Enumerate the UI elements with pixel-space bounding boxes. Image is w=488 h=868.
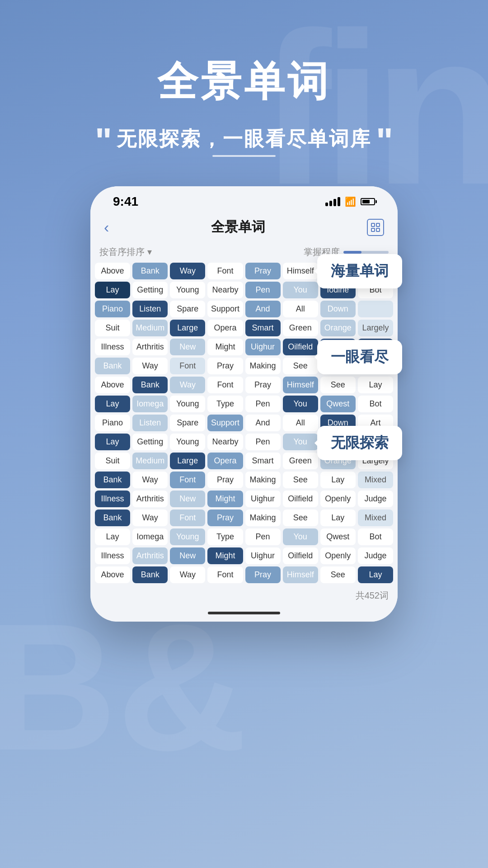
word-cell[interactable]: Spare [170,415,205,431]
word-cell[interactable]: Large [170,320,205,336]
word-cell[interactable]: Font [170,472,205,488]
word-cell[interactable]: Making [245,509,281,526]
word-cell[interactable]: Medium [132,453,168,469]
word-cell[interactable]: Type [207,528,243,545]
word-cell[interactable]: You [283,282,318,298]
sort-label[interactable]: 按音序排序 ▾ [99,246,152,258]
word-cell[interactable]: You [283,396,318,412]
word-cell[interactable]: Above [95,566,130,583]
word-cell[interactable]: Above [95,377,130,393]
word-cell[interactable]: See [320,566,356,583]
word-cell[interactable]: Font [170,509,205,526]
word-cell[interactable]: Qwest [320,396,356,412]
word-cell[interactable]: Bank [95,472,130,488]
word-cell[interactable]: Bank [132,566,168,583]
word-cell[interactable]: Listen [132,415,168,431]
word-cell[interactable]: Bank [95,509,130,526]
word-cell[interactable]: See [320,377,356,393]
word-cell[interactable]: Down [320,301,356,317]
word-cell[interactable]: Getting [132,282,168,298]
word-cell[interactable]: Bot [358,396,393,412]
word-cell[interactable]: You [283,528,318,545]
word-cell[interactable]: Might [207,491,243,507]
word-cell[interactable]: Green [283,453,318,469]
word-cell[interactable]: Font [207,566,243,583]
word-cell[interactable]: Suit [95,453,130,469]
word-cell[interactable]: Nearby [207,282,243,298]
word-cell[interactable]: Arthritis [132,491,168,507]
word-cell[interactable] [358,301,393,317]
word-cell[interactable]: Lay [320,509,356,526]
word-cell[interactable]: Spare [170,301,205,317]
word-cell[interactable]: Mixed [358,509,393,526]
word-cell[interactable]: Uighur [245,491,281,507]
word-cell[interactable]: Way [132,472,168,488]
word-cell[interactable]: Lay [95,434,130,450]
word-cell[interactable]: Getting [132,434,168,450]
word-cell[interactable]: Illness [95,547,130,564]
word-cell[interactable]: Making [245,358,281,374]
word-cell[interactable]: Might [207,547,243,564]
word-cell[interactable]: Lay [95,396,130,412]
word-cell[interactable]: Making [245,472,281,488]
word-cell[interactable]: Uighur [245,339,281,355]
word-cell[interactable]: Lay [95,282,130,298]
word-cell[interactable]: Way [170,566,205,583]
word-cell[interactable]: Illness [95,339,130,355]
word-cell[interactable]: Font [207,263,243,279]
word-cell[interactable]: Qwest [320,528,356,545]
word-cell[interactable]: Iomega [132,528,168,545]
word-cell[interactable]: Young [170,528,205,545]
word-cell[interactable]: Pen [245,282,281,298]
word-cell[interactable]: Pray [207,509,243,526]
word-cell[interactable]: Judge [358,547,393,564]
word-cell[interactable]: Type [207,396,243,412]
word-cell[interactable]: Uighur [245,547,281,564]
word-cell[interactable]: And [245,415,281,431]
word-cell[interactable]: Bank [95,358,130,374]
word-cell[interactable]: Lay [358,566,393,583]
word-cell[interactable]: Arthritis [132,339,168,355]
word-cell[interactable]: Himself [283,566,318,583]
word-cell[interactable]: Pray [245,263,281,279]
word-cell[interactable]: Might [207,339,243,355]
word-cell[interactable]: Font [207,377,243,393]
word-cell[interactable]: Support [207,415,243,431]
word-cell[interactable]: See [283,509,318,526]
word-cell[interactable]: Oilfield [283,491,318,507]
word-cell[interactable]: Suit [95,320,130,336]
word-cell[interactable]: Oilfield [283,547,318,564]
word-cell[interactable]: Green [283,320,318,336]
word-cell[interactable]: Nearby [207,434,243,450]
word-cell[interactable]: Medium [132,320,168,336]
word-cell[interactable]: Judge [358,491,393,507]
word-cell[interactable]: Iomega [132,396,168,412]
word-cell[interactable]: And [245,301,281,317]
word-cell[interactable]: Bot [358,528,393,545]
word-cell[interactable]: Pray [207,472,243,488]
word-cell[interactable]: Way [170,263,205,279]
word-cell[interactable]: Young [170,396,205,412]
word-cell[interactable]: Way [170,377,205,393]
word-cell[interactable]: Lay [320,472,356,488]
word-cell[interactable]: All [283,301,318,317]
word-cell[interactable]: Font [170,358,205,374]
word-cell[interactable]: Pen [245,396,281,412]
word-cell[interactable]: See [283,472,318,488]
word-cell[interactable]: New [170,491,205,507]
word-cell[interactable]: Pray [207,358,243,374]
word-cell[interactable]: Arthritis [132,547,168,564]
word-cell[interactable]: Lay [95,528,130,545]
word-cell[interactable]: Himself [283,377,318,393]
expand-icon[interactable] [367,219,384,236]
word-cell[interactable]: New [170,547,205,564]
word-cell[interactable]: Large [170,453,205,469]
word-cell[interactable]: Illness [95,491,130,507]
word-cell[interactable]: Listen [132,301,168,317]
word-cell[interactable]: Young [170,282,205,298]
word-cell[interactable]: Bank [132,377,168,393]
word-cell[interactable]: All [283,415,318,431]
word-cell[interactable]: Pen [245,434,281,450]
word-cell[interactable]: Pray [245,377,281,393]
back-button[interactable]: ‹ [104,218,109,236]
